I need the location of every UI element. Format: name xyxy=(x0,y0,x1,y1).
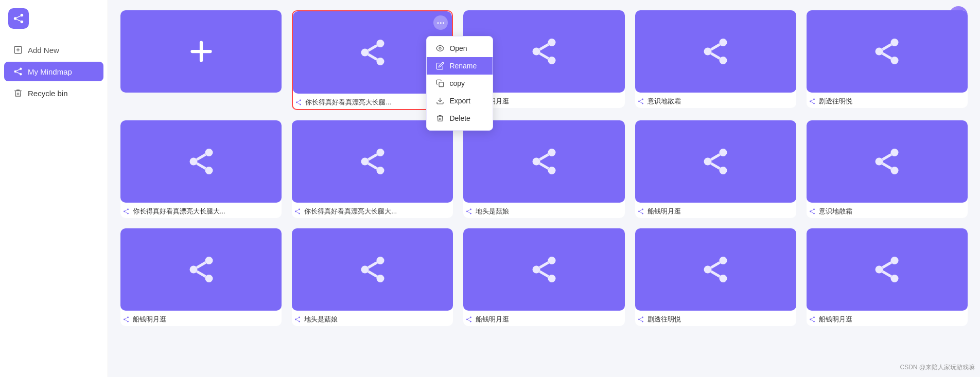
card-title-c10: 船钱明月逛 xyxy=(133,315,166,324)
card-thumb-c10[interactable] xyxy=(120,228,282,311)
card-thumb-c3[interactable] xyxy=(635,10,796,93)
svg-line-87 xyxy=(468,212,470,213)
context-menu-rename[interactable]: Rename xyxy=(427,57,493,75)
svg-line-108 xyxy=(811,210,814,211)
svg-line-53 xyxy=(883,44,891,49)
sidebar-item-recycle-bin[interactable]: Recycle bin xyxy=(4,83,103,103)
svg-line-127 xyxy=(296,320,299,321)
context-menu-open[interactable]: Open xyxy=(427,40,493,57)
svg-point-99 xyxy=(891,149,899,156)
context-menu-export[interactable]: Export xyxy=(427,92,493,110)
card-wrapper-c4: 剧透往明悦 xyxy=(807,10,968,110)
card-share-icon-c6 xyxy=(294,208,301,215)
svg-point-156 xyxy=(813,321,815,322)
card-title-c13: 剧透往明悦 xyxy=(647,315,681,324)
card-share-icon-c12 xyxy=(465,316,472,323)
card-thumb-c14[interactable] xyxy=(807,228,968,311)
svg-line-28 xyxy=(297,101,300,102)
svg-point-30 xyxy=(532,48,540,56)
card-title-c6: 你长得真好看真漂亮大长腿大... xyxy=(304,207,397,216)
svg-point-64 xyxy=(127,208,129,210)
svg-point-79 xyxy=(548,149,555,156)
export-icon xyxy=(436,97,444,105)
svg-line-117 xyxy=(125,320,128,321)
card-wrapper-c11: 地头是菇娘 xyxy=(292,228,453,326)
svg-line-12 xyxy=(16,72,20,74)
card-thumb-c11[interactable] xyxy=(292,228,453,311)
svg-point-55 xyxy=(810,101,811,102)
card-title-c5: 你长得真好看真漂亮大长腿大... xyxy=(133,207,225,216)
card-thumb-c8[interactable] xyxy=(635,120,796,203)
svg-line-118 xyxy=(125,318,128,319)
card-thumb-c1[interactable]: ⋯ Open xyxy=(293,11,452,94)
context-menu-copy[interactable]: copy xyxy=(427,75,493,92)
svg-point-146 xyxy=(642,321,643,322)
card-c11: 地头是菇娘 xyxy=(292,228,453,326)
svg-point-70 xyxy=(361,158,369,166)
card-share-icon-c1 xyxy=(295,99,302,106)
card-wrapper-c6: 你长得真好看真漂亮大长腿大... xyxy=(292,120,453,218)
svg-point-119 xyxy=(376,257,384,264)
card-c7: 地头是菇娘 xyxy=(463,120,624,218)
svg-point-129 xyxy=(548,257,555,264)
svg-point-39 xyxy=(720,39,727,46)
card-wrapper-c14: 船钱明月逛 xyxy=(807,228,968,326)
context-menu-delete[interactable]: Delete xyxy=(427,110,493,127)
card-thumb-c4[interactable] xyxy=(807,10,968,93)
card-thumb-c13[interactable] xyxy=(635,228,796,311)
svg-point-96 xyxy=(642,213,643,214)
svg-line-98 xyxy=(639,210,642,211)
svg-line-82 xyxy=(539,164,548,169)
svg-point-121 xyxy=(376,275,384,282)
svg-point-8 xyxy=(14,70,17,73)
sidebar-item-my-mindmap[interactable]: My Mindmap xyxy=(4,62,103,81)
card-share-icon-c5 xyxy=(122,208,130,215)
card-grid: ⋯ Open xyxy=(120,10,968,326)
svg-point-155 xyxy=(810,319,811,320)
svg-line-77 xyxy=(296,212,299,213)
add-new-label: Add New xyxy=(28,46,59,55)
share-icon-c2 xyxy=(529,36,559,67)
svg-point-140 xyxy=(704,266,712,274)
svg-point-49 xyxy=(891,39,899,46)
svg-point-110 xyxy=(189,266,197,274)
svg-point-95 xyxy=(638,211,640,212)
share-icon-c12 xyxy=(529,254,559,285)
svg-point-85 xyxy=(466,211,468,212)
svg-point-86 xyxy=(470,213,471,214)
svg-point-56 xyxy=(813,103,815,104)
watermark: CSDN @来陪人家玩游戏嘛 xyxy=(900,363,975,372)
more-button-c1[interactable]: ⋯ xyxy=(433,15,448,30)
svg-line-128 xyxy=(296,318,299,319)
svg-point-66 xyxy=(127,213,129,214)
card-thumb-c9[interactable] xyxy=(807,120,968,203)
card-thumb-c7[interactable] xyxy=(463,120,624,203)
sidebar-item-add-new[interactable]: Add New xyxy=(4,40,103,60)
card-info-c14: 船钱明月逛 xyxy=(807,311,968,326)
svg-rect-22 xyxy=(439,82,444,87)
svg-point-54 xyxy=(813,98,815,100)
card-info-c5: 你长得真好看真漂亮大长腿大... xyxy=(120,203,282,218)
svg-point-139 xyxy=(720,257,727,264)
svg-line-142 xyxy=(711,272,720,277)
card-title-c1: 你长得真好看真漂亮大长腿... xyxy=(305,98,391,107)
card-thumb-c6[interactable] xyxy=(292,120,453,203)
card-thumb-c12[interactable] xyxy=(463,228,624,311)
svg-line-137 xyxy=(468,320,470,321)
svg-line-42 xyxy=(711,53,720,59)
share-icon-c7 xyxy=(529,146,559,177)
card-c12: 船钱明月逛 xyxy=(463,228,624,326)
svg-line-158 xyxy=(811,318,814,319)
card-title-c4: 剧透往明悦 xyxy=(819,97,852,106)
svg-line-43 xyxy=(711,44,720,49)
svg-point-16 xyxy=(376,40,384,47)
svg-point-91 xyxy=(720,167,727,174)
card-thumb-c5[interactable] xyxy=(120,120,282,203)
svg-point-141 xyxy=(720,275,727,282)
card-c3: 意识地散霜 xyxy=(635,10,796,108)
card-c13: 剧透往明悦 xyxy=(635,228,796,326)
svg-point-46 xyxy=(642,103,643,104)
svg-point-2 xyxy=(21,21,23,23)
svg-point-84 xyxy=(470,208,471,210)
add-new-thumb[interactable] xyxy=(120,10,282,93)
